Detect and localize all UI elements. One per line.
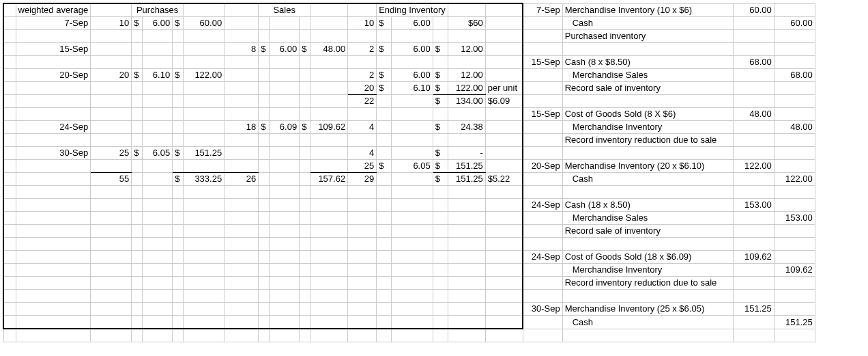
cell: 8: [225, 43, 259, 56]
cell: 134.00: [448, 95, 485, 108]
per-unit-label: per unit: [485, 82, 523, 95]
cell: 22: [348, 95, 377, 108]
date-cell: 24-Sep: [16, 121, 91, 134]
cell: 10: [91, 17, 132, 30]
je-date: 24-Sep: [523, 251, 562, 264]
je-text: Cash (18 x 8.50): [562, 199, 733, 212]
je-credit: 48.00: [774, 121, 815, 134]
cell: 2: [348, 43, 377, 56]
cell: 48.00: [310, 43, 348, 56]
je-debit: 151.25: [733, 303, 774, 316]
cell: 26: [225, 173, 259, 186]
je-date: 7-Sep: [523, 3, 562, 17]
cell: 6.00: [143, 17, 173, 30]
cell: 6.10: [392, 82, 433, 95]
je-text: Cost of Goods Sold (8 X $6): [562, 108, 733, 121]
je-date: 24-Sep: [523, 199, 562, 212]
cell: $: [259, 121, 270, 134]
spreadsheet: weighted average Purchases Sales Ending …: [3, 3, 815, 342]
je-debit: 68.00: [733, 56, 774, 69]
cell: $: [433, 147, 448, 160]
je-debit: 48.00: [733, 108, 774, 121]
cell: $: [300, 121, 310, 134]
je-text: Record sale of inventory: [562, 225, 733, 238]
hdr-sales: Sales: [259, 3, 310, 17]
cell: 6.09: [270, 121, 300, 134]
je-text: Merchandise Inventory: [562, 121, 733, 134]
je-debit: 60.00: [733, 3, 774, 17]
je-credit: 153.00: [774, 212, 815, 225]
je-date: 15-Sep: [523, 56, 562, 69]
cell: $: [300, 43, 310, 56]
je-text: Merchandise Sales: [562, 69, 733, 82]
cell: 60.00: [184, 17, 225, 30]
je-text: Cash: [562, 17, 733, 30]
cell: 6.05: [392, 160, 433, 173]
hdr-purchases: Purchases: [132, 3, 184, 17]
cell: 55: [91, 173, 132, 186]
je-text: Merchandise Inventory (10 x $6): [562, 3, 733, 17]
cell: $: [433, 160, 448, 173]
cell: $: [377, 17, 392, 30]
je-text: Record inventory reduction due to sale: [562, 134, 733, 147]
je-debit: 109.62: [733, 251, 774, 264]
je-text: Record inventory reduction due to sale: [562, 277, 733, 290]
cell: 18: [225, 121, 259, 134]
cell: $60: [448, 17, 485, 30]
cell: $: [377, 82, 392, 95]
hdr-ending-inv: Ending Inventory: [377, 3, 448, 17]
cell: $: [433, 43, 448, 56]
cell: $: [433, 121, 448, 134]
je-text: Cash: [562, 173, 733, 186]
je-date: 20-Sep: [523, 160, 562, 173]
date-cell: 30-Sep: [16, 147, 91, 160]
cell: 151.25: [448, 160, 485, 173]
je-text: Record sale of inventory: [562, 82, 733, 95]
je-credit: 122.00: [774, 173, 815, 186]
cell: $: [433, 82, 448, 95]
cell: 109.62: [310, 121, 348, 134]
cell: $: [377, 43, 392, 56]
cell: 6.00: [392, 69, 433, 82]
cell: $: [259, 43, 270, 56]
cell: 20: [91, 69, 132, 82]
cell: $: [173, 173, 184, 186]
cell: $: [433, 95, 448, 108]
je-text: Cost of Goods Sold (18 x $6.09): [562, 251, 733, 264]
cell: $: [173, 17, 184, 30]
cell: 333.25: [184, 173, 225, 186]
cell: 6.00: [392, 43, 433, 56]
cell: 24.38: [448, 121, 485, 134]
cell: $: [433, 69, 448, 82]
je-text: Purchased inventory: [562, 30, 733, 43]
je-text: Merchandise Inventory (25 x $6.05): [562, 303, 733, 316]
cell: 157.62: [310, 173, 348, 186]
cell: 6.05: [143, 147, 173, 160]
cell: -: [448, 147, 485, 160]
cell: $: [377, 69, 392, 82]
cell: $: [433, 173, 448, 186]
per-unit-value: $6.09: [485, 95, 523, 108]
je-debit: 122.00: [733, 160, 774, 173]
je-date: 15-Sep: [523, 108, 562, 121]
cell: $: [132, 17, 143, 30]
je-text: Merchandise Inventory (20 x $6.10): [562, 160, 733, 173]
cell: $: [132, 147, 143, 160]
cell: 122.00: [448, 82, 485, 95]
cell: 29: [348, 173, 377, 186]
cell: 20: [348, 82, 377, 95]
cell: $: [173, 147, 184, 160]
cell: 2: [348, 69, 377, 82]
je-credit: 68.00: [774, 69, 815, 82]
cell: $: [377, 160, 392, 173]
cell: $: [173, 69, 184, 82]
cell: 6.00: [392, 17, 433, 30]
cell: 4: [348, 121, 377, 134]
je-debit: 153.00: [733, 199, 774, 212]
je-text: Merchandise Sales: [562, 212, 733, 225]
cell: 12.00: [448, 43, 485, 56]
date-cell: 7-Sep: [16, 17, 91, 30]
je-credit: 151.25: [774, 316, 815, 329]
je-date: 30-Sep: [523, 303, 562, 316]
je-text: Cash: [562, 316, 733, 329]
